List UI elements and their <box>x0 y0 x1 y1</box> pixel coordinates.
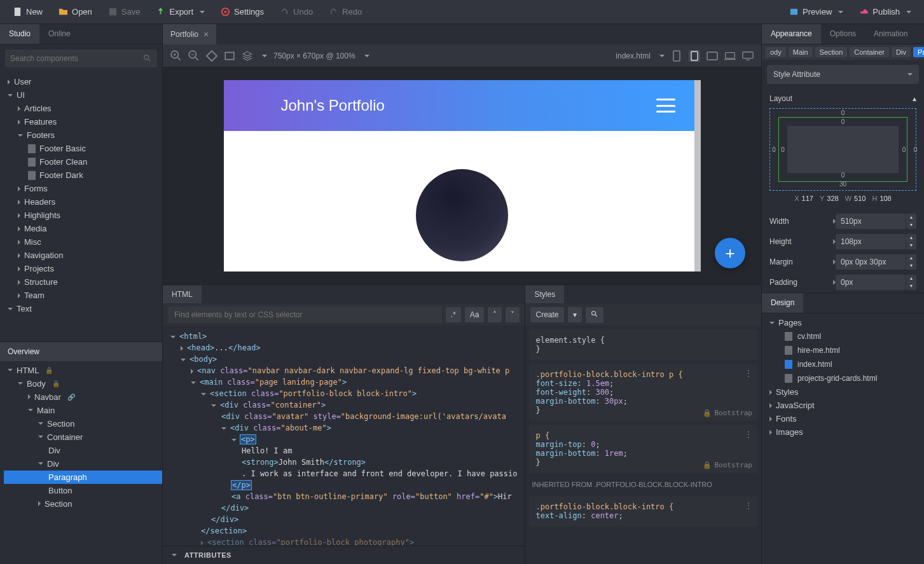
tree-features[interactable]: Features <box>4 115 162 128</box>
crumb-paragraph[interactable]: Paragraph <box>913 47 924 57</box>
style-attribute-select[interactable]: Style Attribute <box>767 65 919 84</box>
component-search[interactable] <box>5 50 157 67</box>
crumb-main[interactable]: Main <box>789 47 813 57</box>
tree-navigation[interactable]: Navigation <box>4 249 162 262</box>
tree-footer-basic[interactable]: Footer Basic <box>4 142 162 155</box>
page-hire[interactable]: hire-me.html <box>766 343 924 357</box>
ov-container[interactable]: Container <box>4 430 162 444</box>
tree-team[interactable]: Team <box>4 289 162 302</box>
caret-down-icon[interactable] <box>262 55 267 57</box>
rotate-icon[interactable] <box>206 50 217 62</box>
case-button[interactable]: Aa <box>465 307 485 322</box>
next-button[interactable]: ˅ <box>506 307 520 322</box>
tree-articles[interactable]: Articles <box>4 102 162 115</box>
ov-main[interactable]: Main <box>4 404 162 417</box>
tablet-landscape-icon[interactable] <box>707 50 718 62</box>
tab-design[interactable]: Design <box>762 293 803 313</box>
tab-online[interactable]: Online <box>39 24 79 44</box>
image-icon[interactable] <box>224 50 235 62</box>
file-tab[interactable]: Portfolio× <box>163 24 216 45</box>
tab-appearance[interactable]: Appearance <box>762 24 821 44</box>
caret-down-icon[interactable] <box>659 55 665 57</box>
mobile-icon[interactable] <box>671 50 682 62</box>
tree-footer-dark[interactable]: Footer Dark <box>4 169 162 182</box>
canvas-dimensions[interactable]: 750px × 670px @ 100% <box>273 52 355 60</box>
tree-user[interactable]: User <box>4 75 162 88</box>
file-selector[interactable]: index.html <box>616 52 651 60</box>
export-button[interactable]: Export <box>149 4 211 20</box>
html-code[interactable]: <html> <head>...</head> <body> <nav clas… <box>163 326 525 546</box>
open-button[interactable]: Open <box>52 4 99 20</box>
search-styles-button[interactable] <box>586 307 603 323</box>
publish-button[interactable]: Publish <box>853 4 918 20</box>
layers-icon[interactable] <box>242 50 253 62</box>
laptop-icon[interactable] <box>724 50 736 62</box>
style-block-intro-p[interactable]: ⋮ .portfolio-block.block-intro p { font-… <box>529 364 757 421</box>
padding-stepper[interactable]: ▴▾ <box>906 275 916 290</box>
width-input[interactable] <box>836 214 906 229</box>
close-icon[interactable]: × <box>203 29 209 39</box>
add-fab[interactable]: + <box>715 238 745 268</box>
tab-options[interactable]: Options <box>821 24 865 44</box>
tree-projects[interactable]: Projects <box>4 262 162 275</box>
pages-header[interactable]: Pages <box>766 316 924 329</box>
box-model[interactable]: 0 0 30 0 0 0 0 0 <box>769 108 916 191</box>
tree-footers[interactable]: Footers <box>4 128 162 142</box>
margin-stepper[interactable]: ▴▾ <box>906 254 916 270</box>
page-projects[interactable]: projects-grid-cards.html <box>766 371 924 385</box>
tab-studio[interactable]: Studio <box>0 24 39 44</box>
create-dropdown[interactable]: ▾ <box>568 307 582 322</box>
tree-misc[interactable]: Misc <box>4 235 162 249</box>
padding-input[interactable] <box>836 275 906 290</box>
tree-forms[interactable]: Forms <box>4 182 162 195</box>
hamburger-icon[interactable] <box>656 99 675 113</box>
new-button[interactable]: New <box>6 4 49 20</box>
find-input[interactable] <box>168 306 442 323</box>
canvas[interactable]: John's Portfolio + <box>163 67 761 284</box>
ov-paragraph[interactable]: Paragraph <box>4 471 162 484</box>
tablet-icon[interactable] <box>689 50 700 62</box>
zoom-out-icon[interactable] <box>188 50 200 62</box>
tree-media[interactable]: Media <box>4 222 162 235</box>
layout-header[interactable]: Layout▴ <box>769 94 916 103</box>
tree-text[interactable]: Text <box>4 302 162 315</box>
style-block-element[interactable]: element.style {} <box>529 329 757 360</box>
margin-input[interactable] <box>836 254 906 270</box>
tree-highlights[interactable]: Highlights <box>4 209 162 222</box>
settings-button[interactable]: Settings <box>214 4 270 20</box>
overview-header[interactable]: Overview <box>0 341 162 361</box>
tree-ui[interactable]: UI <box>4 88 162 102</box>
html-tab[interactable]: HTML <box>163 285 202 303</box>
caret-down-icon[interactable] <box>364 55 369 57</box>
desktop-icon[interactable] <box>742 50 754 62</box>
more-icon[interactable]: ⋮ <box>745 501 752 510</box>
tree-footer-clean[interactable]: Footer Clean <box>4 155 162 169</box>
images-header[interactable]: Images <box>766 425 924 439</box>
search-input[interactable] <box>10 54 143 63</box>
prev-button[interactable]: ˄ <box>488 307 502 322</box>
ov-div2[interactable]: Div <box>4 457 162 471</box>
regex-button[interactable]: .* <box>446 307 461 322</box>
ov-button[interactable]: Button <box>4 484 162 497</box>
save-button[interactable]: Save <box>102 4 147 20</box>
style-block-intro[interactable]: ⋮ .portfolio-block.block-intro { text-al… <box>529 496 757 526</box>
create-button[interactable]: Create <box>530 307 563 322</box>
height-input[interactable] <box>836 234 906 249</box>
height-stepper[interactable]: ▴▾ <box>906 234 916 249</box>
width-stepper[interactable]: ▴▾ <box>906 214 916 229</box>
attributes-header[interactable]: ATTRIBUTES <box>163 546 525 564</box>
preview-scrollbar[interactable] <box>694 80 701 272</box>
more-icon[interactable]: ⋮ <box>745 369 752 378</box>
ov-section2[interactable]: Section <box>4 497 162 511</box>
crumb-container[interactable]: Container <box>850 47 889 57</box>
redo-button[interactable]: Redo <box>322 4 368 20</box>
style-block-p[interactable]: ⋮ p { margin-top: 0; margin-bottom: 1rem… <box>529 425 757 473</box>
ov-section[interactable]: Section <box>4 417 162 430</box>
tree-headers[interactable]: Headers <box>4 195 162 209</box>
page-index[interactable]: index.html <box>766 357 924 371</box>
js-header[interactable]: JavaScript <box>766 399 924 412</box>
fonts-header[interactable]: Fonts <box>766 412 924 425</box>
more-icon[interactable]: ⋮ <box>745 430 752 439</box>
styles-header[interactable]: Styles <box>766 385 924 399</box>
ov-navbar[interactable]: Navbar🔗 <box>4 390 162 404</box>
